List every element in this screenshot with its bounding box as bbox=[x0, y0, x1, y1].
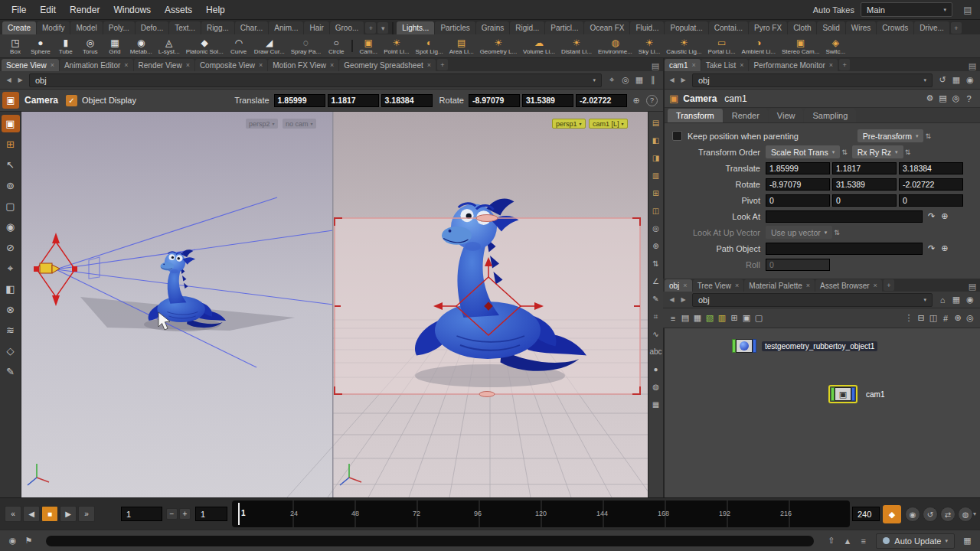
transform-order-dropdown[interactable]: Scale Rot Trans ▾ bbox=[766, 145, 840, 158]
back-icon[interactable]: ◀ bbox=[666, 294, 678, 305]
jump-to-operator-icon[interactable]: ↷ bbox=[928, 243, 935, 253]
close-icon[interactable]: × bbox=[683, 282, 687, 289]
shelf-tab[interactable]: Fluid... bbox=[630, 21, 664, 34]
shelf-tab[interactable]: Drive... bbox=[914, 21, 949, 34]
close-icon[interactable]: × bbox=[735, 282, 739, 289]
transport-button[interactable]: ■ bbox=[41, 506, 58, 522]
shelf-tool[interactable]: ▤ Area Li... bbox=[446, 34, 477, 57]
shelf-tool[interactable]: ◠ Curve bbox=[227, 34, 251, 57]
shelf-tab[interactable]: Hair bbox=[304, 21, 328, 34]
take-selector[interactable]: Main ▾ bbox=[861, 2, 952, 17]
pane-tab[interactable]: Animation Editor × bbox=[60, 59, 133, 71]
keep-position-checkbox[interactable] bbox=[672, 131, 682, 141]
pane-tab[interactable]: Tree View × bbox=[693, 279, 744, 292]
pathbar-icon[interactable]: ◎ bbox=[619, 73, 632, 87]
shelf-tool[interactable]: ◑ Ambient Li... bbox=[739, 34, 779, 57]
pane-tab[interactable]: Scene View × bbox=[2, 59, 59, 71]
viewport-display-icon[interactable]: ◨ bbox=[649, 152, 663, 165]
shelf-tool[interactable]: ☀ Point Li... bbox=[381, 34, 412, 57]
rotate-order-dropdown[interactable]: Rx Ry Rz ▾ bbox=[852, 145, 903, 158]
shelf-add-icon[interactable]: + bbox=[951, 22, 962, 34]
shelf-tool[interactable]: ◢ Draw Cur... bbox=[251, 34, 288, 57]
network-toolbar-icon[interactable]: # bbox=[939, 312, 952, 324]
shelf-tool[interactable]: ◉ Metab... bbox=[127, 34, 155, 57]
node-rubbertoy[interactable]: testgeometry_rubbertoy_object1 bbox=[732, 339, 877, 353]
transport-button[interactable]: ◀ bbox=[23, 506, 40, 522]
shelf-tool[interactable]: ◌ Spray Pa... bbox=[288, 34, 325, 57]
translate-z-field[interactable]: 3.18384 bbox=[899, 162, 963, 174]
corner-grid-icon[interactable]: ▦ bbox=[961, 534, 974, 547]
translate-x-field[interactable]: 1.85999 bbox=[274, 94, 325, 107]
pathbar-icon[interactable]: ↺ bbox=[936, 73, 949, 87]
transport-button[interactable]: ▶ bbox=[60, 506, 77, 522]
shelf-more-icon[interactable]: ▾ bbox=[377, 22, 388, 34]
viewport-display-icon[interactable]: ▥ bbox=[649, 169, 663, 182]
pivot-y-field[interactable]: 0 bbox=[832, 194, 897, 207]
operator-chooser-icon[interactable]: ⊕ bbox=[941, 211, 948, 221]
new-tab-icon[interactable]: + bbox=[884, 279, 894, 291]
shelf-tool[interactable]: ◍ Environme... bbox=[595, 34, 635, 57]
viewport-display-icon[interactable]: ∠ bbox=[649, 275, 663, 288]
viewport-display-icon[interactable]: abc bbox=[649, 345, 663, 358]
jump-to-operator-icon[interactable]: ↷ bbox=[928, 211, 935, 221]
display-toggle-icon[interactable]: ✓ bbox=[66, 95, 77, 106]
shelf-tool[interactable]: ☀ Distant Li... bbox=[558, 34, 595, 57]
viewport-display-icon[interactable]: ▦ bbox=[649, 398, 663, 411]
shelf-tab[interactable]: Particl... bbox=[545, 21, 583, 34]
translate-y-field[interactable]: 1.1817 bbox=[328, 94, 379, 107]
pane-tab[interactable]: Performance Monitor × bbox=[749, 59, 838, 71]
transport-button[interactable]: » bbox=[78, 506, 95, 522]
close-icon[interactable]: × bbox=[806, 282, 810, 289]
pane-menu-icon[interactable]: ▤ bbox=[649, 61, 662, 71]
shelf-tool[interactable]: ☀ Sky Li... bbox=[635, 34, 663, 57]
menu-item[interactable]: Assets bbox=[158, 0, 199, 20]
roll-field[interactable]: 0 bbox=[766, 259, 830, 271]
network-toolbar-icon[interactable]: ◎ bbox=[964, 312, 976, 324]
parameter-tab[interactable]: Transform bbox=[668, 109, 723, 122]
updown-icon[interactable]: ⇅ bbox=[834, 229, 840, 236]
playback-option-button[interactable]: ◍ bbox=[958, 507, 973, 522]
parameter-header-icon[interactable]: ◎ bbox=[949, 92, 962, 105]
viewport-tool-icon[interactable]: ≋ bbox=[2, 321, 20, 339]
pathbar-icon[interactable]: ◉ bbox=[963, 293, 977, 307]
viewport-display-icon[interactable]: ◫ bbox=[649, 204, 663, 217]
network-toolbar-icon[interactable]: ⊟ bbox=[915, 312, 927, 324]
shelf-tab[interactable]: Contai... bbox=[709, 21, 748, 34]
shelf-tab[interactable]: Create bbox=[2, 21, 36, 34]
shelf-tool[interactable]: ▣ Stereo Cam... bbox=[779, 34, 822, 57]
rotate-x-field[interactable]: -8.97079 bbox=[766, 178, 830, 191]
shelf-tool[interactable]: ● Sphere bbox=[28, 34, 54, 57]
back-icon[interactable]: ◀ bbox=[3, 74, 15, 86]
view-type-chip[interactable]: persp2 ▾ bbox=[246, 119, 278, 129]
close-icon[interactable]: × bbox=[829, 61, 833, 69]
rotate-x-field[interactable]: -8.97079 bbox=[469, 94, 520, 107]
path-object-field[interactable] bbox=[766, 243, 923, 255]
network-toolbar-icon[interactable]: ▣ bbox=[740, 312, 753, 324]
translate-x-field[interactable]: 1.85999 bbox=[766, 162, 830, 174]
menu-item[interactable]: Help bbox=[199, 0, 232, 20]
status-icon[interactable]: ▲ bbox=[841, 534, 854, 547]
shelf-tab[interactable]: Model bbox=[70, 21, 102, 34]
auto-update-selector[interactable]: Auto Update ▾ bbox=[876, 533, 955, 549]
shelf-tool[interactable]: ☀ Caustic Lig... bbox=[663, 34, 704, 57]
viewport-display-icon[interactable]: ● bbox=[649, 363, 663, 376]
frame-ruler[interactable]: 124487296120144168192216 bbox=[232, 500, 850, 527]
menu-item[interactable]: File bbox=[5, 0, 33, 20]
network-toolbar-icon[interactable]: ▧ bbox=[704, 312, 716, 324]
menu-item[interactable]: Render bbox=[63, 0, 106, 20]
network-toolbar-icon[interactable]: ◫ bbox=[927, 312, 939, 324]
node-name-field[interactable]: cam1 bbox=[724, 93, 746, 104]
operator-chooser-icon[interactable]: ⊕ bbox=[941, 243, 948, 253]
shelf-tab[interactable]: Rigg... bbox=[201, 21, 234, 34]
parameter-tab[interactable]: Sampling bbox=[804, 109, 856, 122]
shelf-tool[interactable]: ◎ Torus bbox=[78, 34, 103, 57]
pathbar-icon[interactable]: ∥ bbox=[646, 73, 660, 87]
view-type-chip[interactable]: persp1 ▾ bbox=[552, 119, 586, 129]
viewport-tool-icon[interactable]: ⊘ bbox=[2, 239, 20, 256]
shelf-tool[interactable]: ▦ Grid bbox=[103, 34, 127, 57]
network-toolbar-icon[interactable]: ⊞ bbox=[728, 312, 740, 324]
shelf-tab[interactable]: Crowds bbox=[877, 21, 913, 34]
pane-menu-icon[interactable]: ▤ bbox=[966, 282, 978, 292]
pretransform-dropdown[interactable]: Pre-transform ▾ bbox=[858, 129, 924, 142]
status-icon[interactable]: ⇧ bbox=[825, 534, 838, 547]
